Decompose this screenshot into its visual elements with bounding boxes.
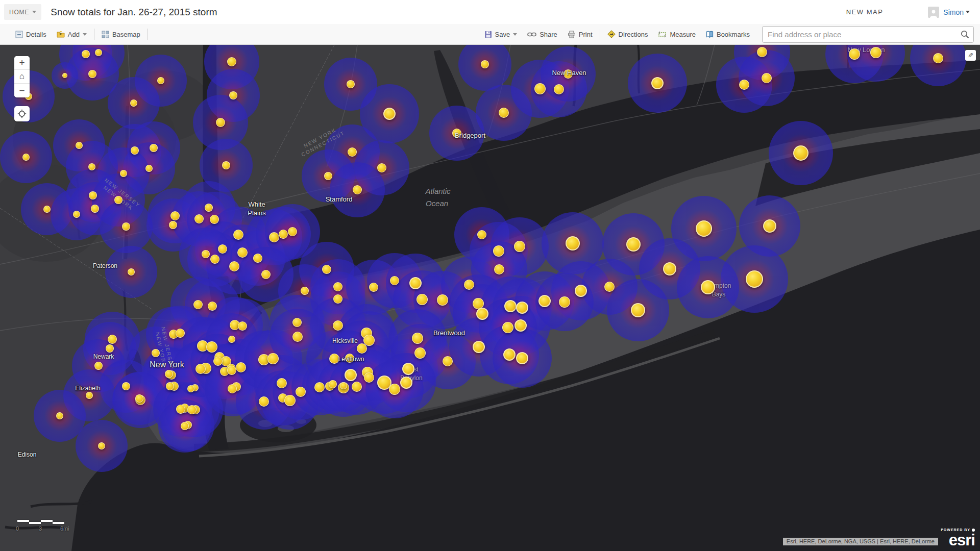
home-extent-button[interactable]: ⌂ bbox=[14, 70, 30, 84]
city-label: Bridgeport bbox=[455, 132, 485, 139]
app-header: HOME Snow totals for Jan. 26-27, 2015 st… bbox=[0, 0, 980, 24]
chevron-down-icon bbox=[513, 33, 517, 36]
home-menu-label: HOME bbox=[9, 9, 29, 16]
print-label: Print bbox=[579, 31, 593, 38]
bookmarks-button[interactable]: Bookmarks bbox=[701, 31, 755, 38]
person-icon bbox=[929, 9, 938, 18]
save-label: Save bbox=[495, 31, 510, 38]
details-label: Details bbox=[26, 31, 46, 38]
share-label: Share bbox=[540, 31, 557, 38]
measure-icon bbox=[658, 31, 667, 38]
details-icon bbox=[15, 31, 23, 38]
header-right: NEW MAP Simon bbox=[846, 7, 970, 18]
print-icon bbox=[568, 31, 576, 38]
search-icon[interactable] bbox=[960, 30, 970, 39]
toolbar-separator bbox=[148, 29, 148, 40]
search-box bbox=[762, 26, 974, 43]
edit-map-button[interactable]: ✎ bbox=[965, 50, 976, 61]
print-button[interactable]: Print bbox=[562, 31, 598, 38]
city-label: New Haven bbox=[552, 69, 586, 77]
measure-label: Measure bbox=[670, 31, 696, 38]
crosshair-icon bbox=[17, 109, 27, 118]
user-name-label: Simon bbox=[943, 8, 964, 16]
directions-button[interactable]: Directions bbox=[602, 30, 653, 38]
bookmarks-icon bbox=[706, 31, 714, 38]
city-label: Stamford bbox=[326, 195, 353, 203]
toolbar-separator bbox=[600, 29, 600, 40]
directions-icon bbox=[607, 30, 616, 38]
user-menu-button[interactable]: Simon bbox=[943, 8, 970, 16]
basemap-button[interactable]: Basemap bbox=[96, 24, 145, 44]
city-label: New York bbox=[150, 360, 184, 369]
details-button[interactable]: Details bbox=[10, 24, 52, 44]
ocean-label: Ocean bbox=[426, 199, 448, 208]
add-button[interactable]: Add bbox=[52, 24, 92, 44]
save-button[interactable]: Save bbox=[479, 31, 523, 38]
map-toolbar: Details Add Basemap Save bbox=[0, 24, 980, 45]
zoom-in-button[interactable]: + bbox=[14, 56, 30, 70]
locate-button[interactable] bbox=[14, 106, 30, 121]
share-button[interactable]: Share bbox=[522, 31, 562, 38]
basemap-icon bbox=[102, 31, 109, 38]
city-label: Hicksville bbox=[332, 337, 358, 344]
city-label: Levittown bbox=[338, 356, 364, 363]
directions-label: Directions bbox=[619, 31, 648, 38]
toolbar-right: Save Share Print Direction bbox=[479, 26, 974, 43]
search-input[interactable] bbox=[762, 26, 974, 43]
add-label: Add bbox=[68, 31, 80, 38]
new-map-button[interactable]: NEW MAP bbox=[846, 8, 884, 16]
avatar bbox=[928, 7, 939, 18]
basemap-label: Basemap bbox=[112, 31, 140, 38]
toolbar-separator bbox=[94, 29, 94, 40]
city-label: Elizabeth bbox=[75, 385, 100, 392]
bookmarks-label: Bookmarks bbox=[717, 31, 750, 38]
map-labels-layer: New HavenBridgeportStamfordWhitePlainsPa… bbox=[0, 45, 980, 551]
city-label: Plains bbox=[248, 209, 265, 217]
city-label: Newark bbox=[93, 353, 114, 360]
chevron-down-icon bbox=[32, 11, 36, 13]
city-label: Paterson bbox=[93, 262, 117, 269]
zoom-out-button[interactable]: − bbox=[14, 84, 30, 97]
map-canvas[interactable]: New LondonWestBabylonHamptonBaysNEW YORK… bbox=[0, 45, 980, 551]
chevron-down-icon bbox=[966, 11, 970, 13]
city-label: Edison bbox=[18, 451, 37, 458]
home-menu-button[interactable]: HOME bbox=[4, 4, 41, 20]
zoom-control: + ⌂ − bbox=[14, 56, 30, 97]
city-label: White bbox=[248, 201, 265, 208]
page-title: Snow totals for Jan. 26-27, 2015 storm bbox=[51, 7, 217, 18]
city-label: Brentwood bbox=[433, 329, 465, 337]
measure-button[interactable]: Measure bbox=[653, 31, 701, 38]
chevron-down-icon bbox=[83, 33, 87, 36]
ocean-label: Atlantic bbox=[425, 187, 450, 195]
save-icon bbox=[484, 31, 492, 38]
share-link-icon bbox=[527, 32, 536, 37]
add-layer-icon bbox=[57, 31, 65, 38]
